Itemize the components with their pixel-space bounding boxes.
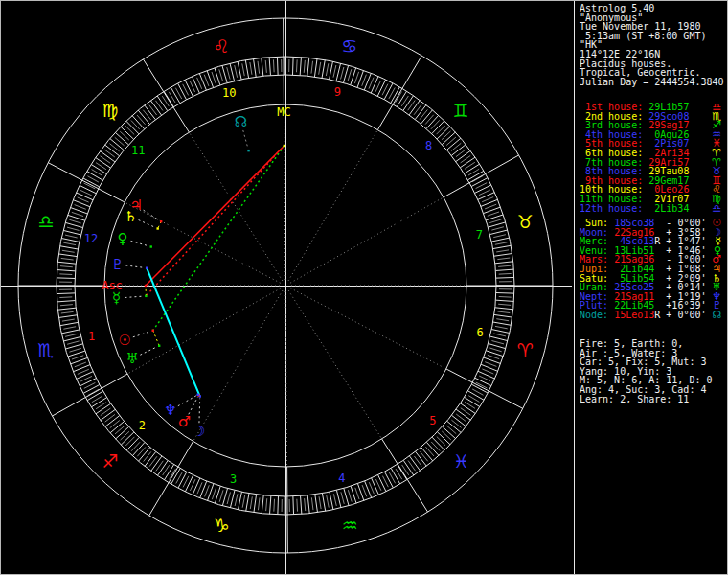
degree-tick: [219, 490, 223, 501]
house-cusp-inner-dotted: [290, 197, 444, 283]
house-cusp-list: 1st house: 29Lib57♎ 2nd house: 29Sco08♏ …: [580, 103, 727, 213]
degree-tick: [242, 63, 244, 76]
degree-tick: [362, 75, 367, 86]
planet-pointer-line: [140, 347, 157, 356]
degree-tick: [307, 58, 309, 76]
degree-tick: [274, 499, 275, 512]
planet-degree-dot: [160, 220, 162, 222]
degree-tick: [296, 59, 297, 72]
degree-tick: [63, 242, 76, 244]
mc-label: MC: [277, 105, 290, 119]
degree-tick: [278, 496, 279, 515]
degree-tick: [426, 115, 439, 128]
degree-tick: [277, 57, 278, 75]
degree-tick: [364, 73, 371, 90]
element-stats: Fire: 5, Earth: 0, Air : 5, Water: 3 Car…: [580, 339, 727, 403]
house-number: 12: [84, 232, 98, 245]
degree-tick: [59, 274, 72, 275]
planet-degree-dot: [150, 245, 152, 247]
chart-header: Astrolog 5.40 "Anonymous" Tue November 1…: [580, 4, 727, 86]
degree-tick: [105, 145, 120, 156]
planet-degree-dot: [146, 267, 148, 269]
house-value: 2Lib34: [648, 203, 689, 214]
house-label: 12th house:: [580, 203, 643, 214]
degree-tick: [496, 277, 514, 278]
degree-tick: [330, 492, 333, 510]
degree-tick: [227, 492, 230, 504]
house-number: 5: [429, 414, 436, 427]
degree-tick: [465, 397, 480, 406]
degree-tick: [87, 172, 102, 180]
zodiac-aquarius-icon: ♒: [342, 515, 358, 536]
degree-tick: [431, 120, 440, 129]
degree-tick: [493, 245, 512, 248]
degree-tick: [77, 193, 93, 200]
degree-tick: [307, 495, 309, 514]
planet-pointer-line: [125, 265, 145, 268]
degree-tick: [101, 151, 115, 162]
degree-tick: [60, 322, 79, 325]
degree-tick: [262, 58, 263, 76]
degree-tick: [481, 364, 498, 371]
degree-tick: [460, 403, 475, 414]
degree-tick: [371, 77, 378, 93]
degree-tick: [467, 171, 483, 180]
degree-tick: [378, 475, 386, 492]
degree-tick: [72, 212, 83, 216]
degree-tick: [326, 63, 328, 76]
house-number: 6: [476, 326, 483, 339]
degree-tick: [369, 78, 374, 89]
degree-tick: [57, 301, 76, 302]
planet-uranus-icon: ♅: [125, 350, 138, 367]
degree-tick: [185, 475, 193, 492]
degree-tick: [61, 330, 80, 334]
degree-tick: [451, 415, 466, 426]
planet-pointer-line: [131, 241, 149, 246]
degree-tick: [471, 178, 488, 187]
degree-tick: [250, 62, 252, 75]
degree-tick: [377, 80, 385, 96]
degree-tick: [322, 60, 325, 79]
planet-moon-icon: ☽: [193, 423, 205, 440]
degree-tick: [409, 456, 420, 471]
degree-tick: [270, 495, 271, 514]
degree-tick: [258, 61, 260, 74]
degree-tick: [496, 292, 514, 293]
degree-tick: [115, 132, 128, 145]
degree-tick: [91, 165, 106, 174]
degree-tick: [193, 77, 200, 93]
degree-tick: [239, 492, 242, 510]
degree-tick: [120, 131, 129, 140]
degree-tick: [80, 379, 96, 386]
degree-tick: [204, 75, 209, 86]
degree-tick: [75, 362, 86, 367]
degree-tick: [447, 421, 462, 432]
degree-tick: [305, 498, 306, 511]
house-number: 11: [131, 144, 145, 157]
house-number: 1: [88, 330, 95, 343]
house-number: 7: [476, 228, 483, 242]
degree-tick: [57, 262, 76, 264]
degree-tick: [262, 495, 263, 514]
degree-tick: [494, 254, 512, 257]
house-cusp-inner-dotted: [290, 288, 445, 369]
planet-degree-dot: [196, 394, 198, 396]
degree-tick: [132, 443, 145, 456]
zodiac-pisces-icon: ♓: [453, 450, 469, 472]
degree-tick: [78, 369, 89, 374]
house-cusp-inner-dotted: [288, 290, 381, 439]
degree-tick: [138, 110, 149, 125]
zodiac-scorpio-icon: ♏: [37, 339, 54, 360]
planet-sun-icon: ☉: [119, 332, 131, 349]
degree-tick: [497, 311, 510, 313]
degree-tick: [322, 494, 325, 512]
degree-tick: [384, 472, 393, 488]
degree-tick: [151, 456, 162, 471]
degree-tick: [139, 448, 150, 462]
zodiac-virgo-icon: ♍: [102, 100, 118, 121]
planet-velocity: + 0°00': [660, 310, 706, 320]
degree-tick: [73, 200, 90, 207]
degree-tick: [200, 481, 207, 498]
degree-tick: [145, 451, 156, 466]
planet-pointer-line: [189, 397, 198, 414]
